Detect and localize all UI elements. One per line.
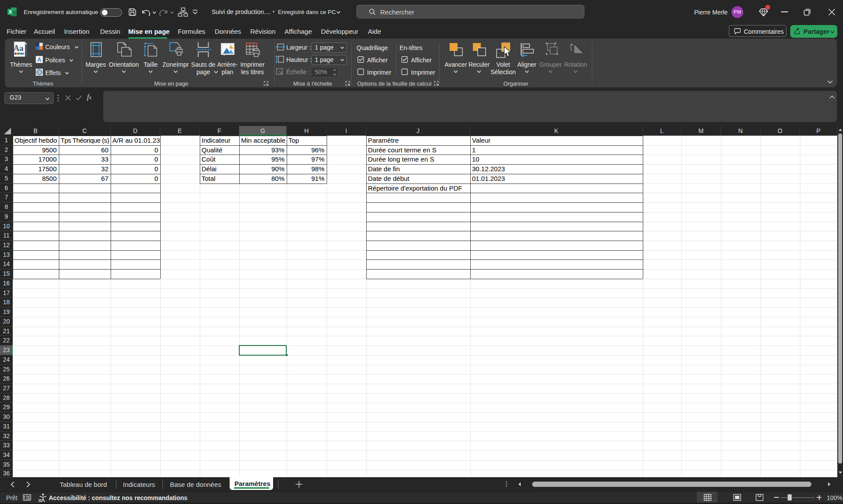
svg-text:A: A [37,57,41,63]
svg-text:X: X [9,9,12,14]
svg-text:Aa: Aa [13,43,24,53]
